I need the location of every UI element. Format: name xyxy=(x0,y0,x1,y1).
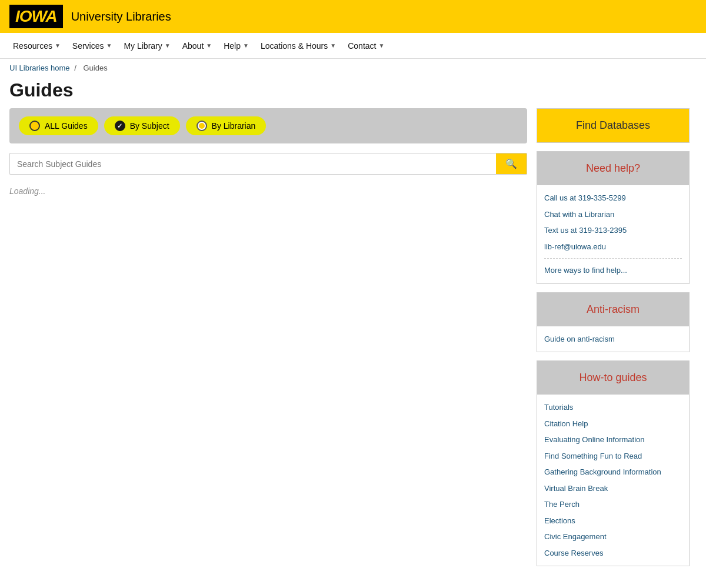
anti-racism-header: Anti-racism xyxy=(537,293,689,326)
main-layout: ALL Guides By Subject By Librarian 🔍 Loa… xyxy=(0,108,706,566)
need-help-link-0[interactable]: Call us at 319-335-5299 xyxy=(544,190,682,206)
how-to-link-3[interactable]: Find Something Fun to Read xyxy=(544,448,682,465)
header: IOWA University Libraries xyxy=(0,0,706,33)
find-databases-panel: Find Databases xyxy=(537,108,690,143)
search-row: 🔍 xyxy=(9,153,527,175)
iowa-logo[interactable]: IOWA xyxy=(9,5,63,28)
anti-racism-title: Anti-racism xyxy=(587,303,640,315)
filter-box: ALL Guides By Subject By Librarian xyxy=(9,108,527,143)
filter-all-radio xyxy=(29,121,40,131)
site-title: University Libraries xyxy=(71,10,171,24)
need-help-link-3[interactable]: lib-ref@uiowa.edu xyxy=(544,239,682,255)
need-help-link-2[interactable]: Text us at 319-313-2395 xyxy=(544,222,682,239)
how-to-link-5[interactable]: Virtual Brain Break xyxy=(544,480,682,497)
anti-racism-body: Guide on anti-racism xyxy=(537,326,689,352)
chevron-down-icon: ▼ xyxy=(206,42,212,49)
breadcrumb-separator: / xyxy=(74,64,76,72)
chevron-down-icon: ▼ xyxy=(106,42,112,49)
nav-item-my-library[interactable]: My Library ▼ xyxy=(118,33,176,59)
need-help-panel: Need help? Call us at 319-335-5299 Chat … xyxy=(537,151,690,284)
chevron-down-icon: ▼ xyxy=(55,42,61,49)
nav-item-contact[interactable]: Contact ▼ xyxy=(342,33,390,59)
anti-racism-panel: Anti-racism Guide on anti-racism xyxy=(537,292,690,353)
main-nav: Resources ▼Services ▼My Library ▼About ▼… xyxy=(0,33,706,59)
how-to-link-6[interactable]: The Perch xyxy=(544,496,682,513)
need-help-more-link[interactable]: More ways to find help... xyxy=(544,262,682,279)
nav-item-services[interactable]: Services ▼ xyxy=(66,33,118,59)
filter-all-label: ALL Guides xyxy=(45,121,88,131)
search-input[interactable] xyxy=(9,153,496,175)
how-to-header: How-to guides xyxy=(537,361,689,395)
loading-text: Loading... xyxy=(9,183,527,199)
how-to-title: How-to guides xyxy=(579,372,647,383)
filter-by-subject[interactable]: By Subject xyxy=(104,116,180,135)
filter-all-guides[interactable]: ALL Guides xyxy=(19,116,98,135)
how-to-link-8[interactable]: Civic Engagement xyxy=(544,529,682,545)
nav-item-help[interactable]: Help ▼ xyxy=(218,33,255,59)
nav-item-resources[interactable]: Resources ▼ xyxy=(7,33,66,59)
breadcrumb-home-link[interactable]: UI Libraries home xyxy=(9,64,70,72)
need-help-body: Call us at 319-335-5299 Chat with a Libr… xyxy=(537,185,689,283)
nav-item-about[interactable]: About ▼ xyxy=(176,33,218,59)
filter-subject-radio xyxy=(115,121,125,131)
filter-librarian-radio xyxy=(197,121,207,131)
page-title: Guides xyxy=(0,77,706,108)
breadcrumb: UI Libraries home / Guides xyxy=(0,59,706,77)
nav-item-locations-&-hours[interactable]: Locations & Hours ▼ xyxy=(255,33,342,59)
chevron-down-icon: ▼ xyxy=(330,42,336,49)
how-to-link-7[interactable]: Elections xyxy=(544,513,682,529)
how-to-link-4[interactable]: Gathering Background Information xyxy=(544,464,682,480)
how-to-panel: How-to guides Tutorials Citation Help Ev… xyxy=(537,360,690,566)
filter-by-librarian[interactable]: By Librarian xyxy=(186,116,267,135)
how-to-link-0[interactable]: Tutorials xyxy=(544,399,682,416)
need-help-header: Need help? xyxy=(537,152,689,185)
find-databases-header[interactable]: Find Databases xyxy=(537,109,689,142)
search-button[interactable]: 🔍 xyxy=(496,153,527,175)
need-help-link-1[interactable]: Chat with a Librarian xyxy=(544,206,682,223)
anti-racism-link-0[interactable]: Guide on anti-racism xyxy=(544,331,682,348)
search-icon: 🔍 xyxy=(505,159,517,169)
chevron-down-icon: ▼ xyxy=(378,42,384,49)
how-to-link-9[interactable]: Course Reserves xyxy=(544,545,682,562)
filter-subject-label: By Subject xyxy=(130,121,169,131)
main-content: ALL Guides By Subject By Librarian 🔍 Loa… xyxy=(9,108,527,566)
how-to-link-1[interactable]: Citation Help xyxy=(544,416,682,432)
filter-librarian-label: By Librarian xyxy=(212,121,256,131)
breadcrumb-current: Guides xyxy=(83,64,107,72)
sidebar: Find Databases Need help? Call us at 319… xyxy=(537,108,690,566)
find-databases-title: Find Databases xyxy=(576,119,650,131)
need-help-divider xyxy=(544,258,682,259)
how-to-body: Tutorials Citation Help Evaluating Onlin… xyxy=(537,395,689,566)
chevron-down-icon: ▼ xyxy=(165,42,171,49)
how-to-link-2[interactable]: Evaluating Online Information xyxy=(544,432,682,448)
chevron-down-icon: ▼ xyxy=(243,42,249,49)
need-help-title: Need help? xyxy=(586,162,640,174)
